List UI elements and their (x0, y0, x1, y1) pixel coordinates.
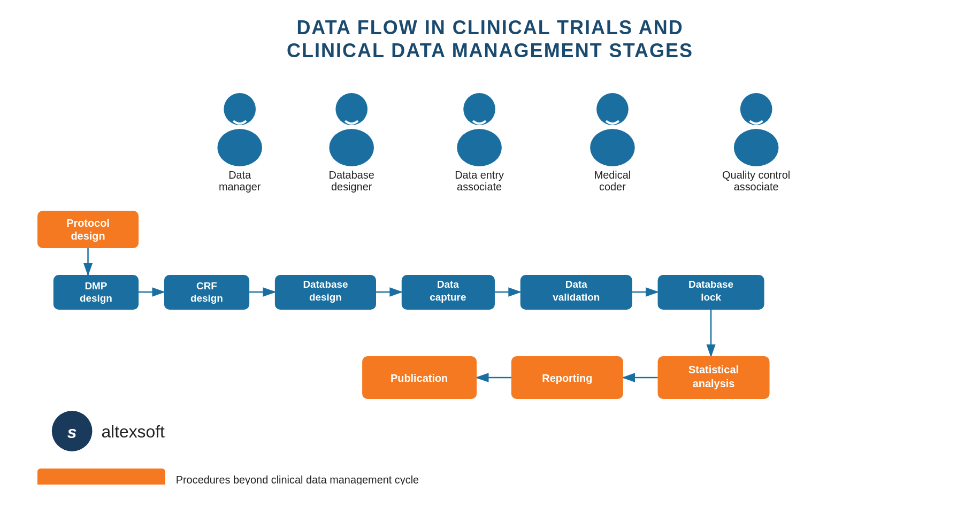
svg-rect-28 (164, 275, 249, 310)
svg-rect-36 (402, 275, 495, 310)
svg-text:Medical: Medical (594, 169, 631, 181)
svg-text:capture: capture (430, 291, 466, 303)
svg-text:design: design (309, 291, 342, 303)
svg-point-9 (457, 129, 502, 166)
svg-point-16 (740, 93, 772, 125)
svg-text:Data entry: Data entry (455, 169, 504, 181)
svg-text:Data: Data (437, 279, 459, 290)
svg-text:design: design (190, 293, 223, 304)
svg-text:Statistical: Statistical (688, 364, 739, 375)
main-container: DATA FLOW IN CLINICAL TRIALS AND CLINICA… (0, 0, 980, 522)
svg-text:s: s (67, 423, 77, 442)
svg-rect-24 (53, 275, 139, 310)
svg-text:Database: Database (303, 279, 348, 290)
svg-text:analysis: analysis (693, 378, 735, 389)
svg-point-12 (596, 93, 629, 125)
svg-text:Quality control: Quality control (722, 169, 790, 181)
main-title: DATA FLOW IN CLINICAL TRIALS AND CLINICA… (32, 16, 948, 62)
svg-rect-40 (520, 275, 632, 310)
svg-text:Data: Data (565, 279, 587, 290)
svg-text:Database: Database (329, 169, 374, 181)
svg-rect-44 (658, 275, 764, 310)
svg-text:Data: Data (228, 169, 251, 181)
svg-text:validation: validation (553, 291, 600, 303)
svg-point-17 (734, 129, 779, 166)
svg-rect-55 (362, 356, 477, 399)
diagram-area: Data manager Database designer Data entr… (32, 78, 948, 485)
svg-text:altexsoft: altexsoft (101, 422, 165, 441)
svg-text:Publication: Publication (391, 372, 448, 384)
svg-text:designer: designer (331, 181, 372, 193)
svg-rect-52 (511, 356, 623, 399)
svg-rect-61 (37, 469, 165, 485)
svg-text:design: design (71, 230, 105, 242)
svg-point-4 (335, 93, 368, 125)
svg-text:coder: coder (599, 181, 626, 193)
svg-point-0 (224, 93, 256, 125)
svg-rect-32 (275, 275, 376, 310)
svg-text:manager: manager (219, 181, 261, 193)
svg-text:DMP: DMP (85, 280, 107, 291)
svg-point-58 (52, 411, 93, 451)
svg-point-5 (329, 129, 374, 166)
svg-point-8 (463, 93, 495, 125)
svg-text:Database: Database (688, 279, 733, 290)
svg-text:Reporting: Reporting (542, 372, 592, 384)
title-section: DATA FLOW IN CLINICAL TRIALS AND CLINICA… (32, 16, 948, 62)
svg-text:lock: lock (701, 291, 721, 303)
svg-text:Procedures beyond clinical dat: Procedures beyond clinical data manageme… (176, 474, 419, 485)
svg-text:Protocol: Protocol (66, 217, 110, 229)
svg-point-1 (217, 129, 262, 166)
svg-rect-20 (37, 211, 139, 248)
svg-text:associate: associate (734, 181, 779, 193)
svg-rect-48 (658, 356, 770, 399)
svg-text:associate: associate (457, 181, 502, 193)
svg-text:design: design (80, 293, 112, 304)
svg-text:CRF: CRF (196, 280, 217, 291)
svg-point-13 (590, 129, 635, 166)
